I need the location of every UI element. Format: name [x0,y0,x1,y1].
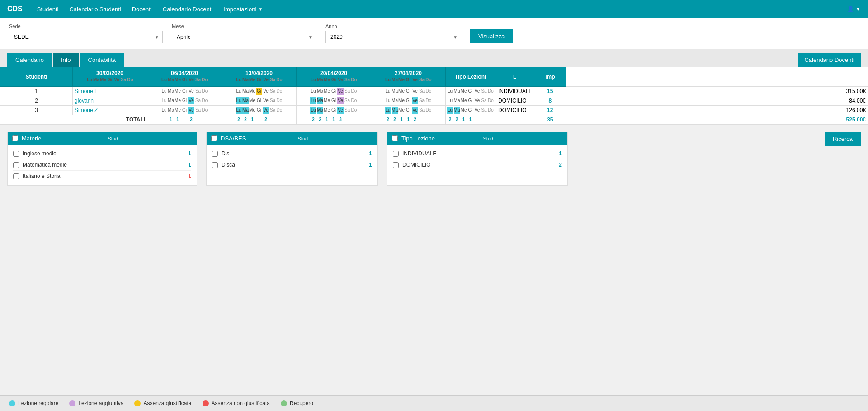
dsabes-label-0: Dis [222,150,359,157]
nav-calendario-studenti[interactable]: Calendario Studenti [69,6,121,13]
filter-bar: Sede SEDE Mese Aprile Anno 2020 Visualiz… [0,18,868,49]
anno-select-wrap[interactable]: 2020 [326,31,461,43]
week-1-5[interactable]: LuMaMeGiVeSaDo [446,87,495,96]
th-week-5: 27/04/2020 LuMaMeGiVeSaDo [371,67,446,87]
week-2-4[interactable]: LuMaMeGiVeSaDo [371,96,446,106]
dsabes-stud-label: Stud [298,136,372,141]
materie-item-1: Matematica medie 1 [13,159,191,171]
nav-impostazioni[interactable]: Impostazioni ▼ [223,6,263,13]
student-name-2[interactable]: giovanni [73,96,147,106]
week-1-1[interactable]: LuMaMeGiVeSaDo [147,87,222,96]
materie-title: Materie [22,135,104,142]
week-1-4[interactable]: LuMaMeGiVeSaDo [371,87,446,96]
anno-label: Anno [326,23,461,29]
l-count-2: 8 [534,96,566,106]
week-3-4[interactable]: LuMaMeGiVeSaDo [371,106,446,115]
visualizza-button[interactable]: Visualizza [470,29,513,43]
ricerca-button[interactable]: Ricerca [825,132,861,146]
materie-header: Materie Stud [8,132,197,145]
week-2-3[interactable]: LuMaMeGiVeSaDo [297,96,371,106]
week-3-5[interactable]: LuMaMeGiVeSaDo [446,106,495,115]
mese-select[interactable]: Aprile [172,31,316,43]
imp-2: 84.00€ [566,96,868,106]
dsabes-item-1: Disca 1 [212,159,372,170]
mese-label: Mese [172,23,316,29]
dsabes-check-0[interactable] [212,151,218,157]
th-studenti: Studenti [0,67,73,87]
materie-check-0[interactable] [13,151,19,157]
tipo-lezione-label-1: DOMICILIO [402,162,549,168]
tipo-lezione-count-1: 2 [553,162,562,168]
anno-select[interactable]: 2020 [326,31,461,43]
tab-calendario[interactable]: Calendario [7,53,52,67]
calendar-table-wrap: Studenti 30/03/2020 LuMaMeGiVeSaDo 06/04… [0,67,868,125]
week-3-2[interactable]: LuMaMeGiVeSaDo [222,106,297,115]
table-row: 3 Simone Z LuMaMeGiVeSaDo LuMaMeGiVeSaDo… [0,106,868,115]
impostazioni-dropdown-icon: ▼ [258,7,263,12]
mese-select-wrap[interactable]: Aprile [172,31,316,43]
dsabes-item-0: Dis 1 [212,148,372,159]
days-header-1: LuMaMeGiVeSaDo [75,76,145,84]
week-2-2[interactable]: LuMaMeGiVeSaDo [222,96,297,106]
mese-group: Mese Aprile [172,23,316,43]
sede-group: Sede SEDE [9,23,163,43]
th-week-2: 06/04/2020 LuMaMeGiVeSaDo [147,67,222,87]
sede-select-wrap[interactable]: SEDE [9,31,163,43]
materie-count-2: 1 [182,173,191,179]
tipo-lezione-body: INDIVIDUALE 1 DOMICILIO 2 [387,145,567,174]
tab-info[interactable]: Info [53,53,79,67]
sede-select[interactable]: SEDE [9,31,163,43]
materie-label-1: Matematica medie [23,162,179,168]
totali-imp: 525.00€ [566,115,868,125]
totali-label: TOTALI [0,115,147,125]
days-header-4: LuMaMeGiVeSaDo [298,76,369,84]
totali-row: TOTALI 112 2212 22113 [0,115,868,125]
dsabes-count-0: 1 [363,150,372,157]
tipo-lezione-1: INDIVIDUALE [495,87,534,96]
week-2-5[interactable]: LuMaMeGiVeSaDo [446,96,495,106]
l-count-3: 12 [534,106,566,115]
tipo-lezione-all-checkbox[interactable] [392,135,398,141]
materie-all-checkbox[interactable] [12,135,18,141]
dsabes-title: DSA/BES [221,135,294,142]
days-header-2: LuMaMeGiVeSaDo [149,76,220,84]
brand: CDS [7,5,23,13]
tipo-lezione-header: Tipo Lezione Stud [387,132,567,145]
tab-contabilita[interactable]: Contabilità [80,53,124,67]
totali-week-3: 22113 [297,115,371,125]
row-num-1: 1 [0,87,73,96]
nav-docenti[interactable]: Docenti [132,6,152,13]
user-menu[interactable]: 👤 ▼ [847,6,861,12]
tipo-lezione-title: Tipo Lezione [401,135,480,142]
dsabes-check-1[interactable] [212,162,218,168]
week-1-3[interactable]: LuMaMeGiVeSaDo [297,87,371,96]
week-3-3[interactable]: LuMaMeGiVeSaDo [297,106,371,115]
materie-check-1[interactable] [13,162,19,168]
student-name-3[interactable]: Simone Z [73,106,147,115]
user-icon: 👤 ▼ [847,6,861,12]
dsabes-all-checkbox[interactable] [211,135,217,141]
week-2-1[interactable]: LuMaMeGiVeSaDo [147,96,222,106]
row-num-3: 3 [0,106,73,115]
l-count-1: 15 [534,87,566,96]
dsabes-count-1: 1 [363,162,372,168]
materie-body: Inglese medie 1 Matematica medie 1 Itali… [8,145,197,185]
week-3-1[interactable]: LuMaMeGiVeSaDo [147,106,222,115]
dsabes-label-1: Disca [222,162,359,168]
tipo-lezione-label-0: INDIVIDUALE [402,150,549,157]
tipo-lezione-check-0[interactable] [393,151,399,157]
navbar: CDS Studenti Calendario Studenti Docenti… [0,0,868,18]
calendario-docenti-button[interactable]: Calendario Docenti [798,53,861,67]
materie-check-2[interactable] [13,173,19,179]
nav-calendario-docenti[interactable]: Calendario Docenti [163,6,213,13]
nav-studenti[interactable]: Studenti [37,6,59,13]
tipo-lezione-check-1[interactable] [393,162,399,168]
totali-week-2: 2212 [222,115,297,125]
student-name-1[interactable]: Simone E [73,87,147,96]
tipo-lezione-item-1: DOMICILIO 2 [393,159,562,170]
imp-3: 126.00€ [566,106,868,115]
tipo-lezione-item-0: INDIVIDUALE 1 [393,148,562,159]
th-tipo: Tipo Lezioni [446,67,495,87]
week-1-2[interactable]: LuMaMeGiVeSaDo [222,87,297,96]
tipo-lezione-count-0: 1 [553,150,562,157]
